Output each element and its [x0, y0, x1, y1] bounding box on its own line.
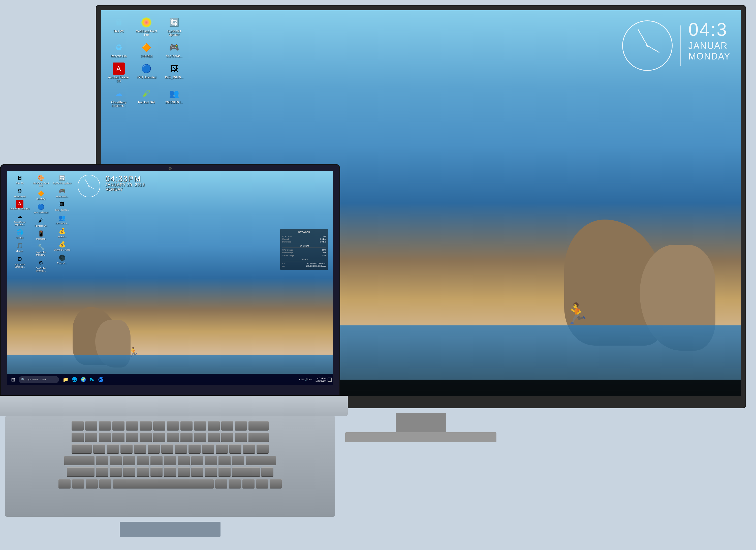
key-t[interactable]: [148, 444, 160, 454]
key-period[interactable]: [205, 467, 217, 477]
taskbar-edge[interactable]: 🌐: [70, 376, 78, 384]
key-up[interactable]: [261, 467, 273, 477]
key-f4[interactable]: [126, 421, 138, 431]
key-i[interactable]: [188, 444, 201, 454]
key-3[interactable]: [112, 433, 124, 442]
key-tab[interactable]: [72, 444, 92, 454]
key-l[interactable]: [205, 456, 217, 465]
key-6[interactable]: [153, 433, 165, 442]
laptop-icon-26853[interactable]: 👥 26853150 I...: [52, 213, 72, 225]
key-capslock[interactable]: [64, 456, 95, 465]
key-e[interactable]: [120, 444, 133, 454]
key-0[interactable]: [208, 433, 220, 442]
key-1[interactable]: [85, 433, 97, 442]
key-comma[interactable]: [191, 467, 203, 477]
key-f11[interactable]: [221, 421, 233, 431]
key-9[interactable]: [194, 433, 206, 442]
laptop-icon-eclipsa[interactable]: 🌑 Eclipsa!...: [52, 253, 72, 265]
key-f1[interactable]: [85, 421, 97, 431]
key-h[interactable]: [164, 456, 176, 465]
laptop-icon-bitwin[interactable]: 💰 BitWin...: [52, 227, 72, 238]
key-quote[interactable]: [232, 456, 244, 465]
key-8[interactable]: [180, 433, 193, 442]
key-enter[interactable]: [246, 456, 276, 465]
key-backtick[interactable]: [72, 433, 84, 442]
laptop-icon-acrobat[interactable]: A Acrobat Reader DC: [10, 200, 30, 210]
key-f12[interactable]: [235, 421, 247, 431]
key-2[interactable]: [99, 433, 111, 442]
key-f7[interactable]: [167, 421, 179, 431]
key-f2[interactable]: [99, 421, 111, 431]
laptop-icon-medibang[interactable]: 🎨 MediBang Paint Pro: [31, 173, 51, 187]
key-f[interactable]: [137, 456, 149, 465]
key-k[interactable]: [191, 456, 203, 465]
taskbar-extra[interactable]: 🌀: [97, 376, 105, 384]
laptop-icon-scpsettings2[interactable]: ⚙ ScpToolkit Settings...: [31, 258, 51, 272]
laptop-touchpad[interactable]: [120, 522, 221, 537]
key-space[interactable]: [113, 479, 214, 488]
monitor-icon-thispc[interactable]: 🖥 This PC: [106, 15, 131, 38]
key-7[interactable]: [167, 433, 179, 442]
key-semicolon[interactable]: [218, 456, 231, 465]
key-q[interactable]: [93, 444, 105, 454]
key-lbracket[interactable]: [229, 444, 241, 454]
key-lwin[interactable]: [86, 479, 98, 488]
laptop-icon-scp[interactable]: 🎮 ScpToolkit...: [52, 187, 72, 198]
laptop-icon-itunes[interactable]: 🎵 iTunes: [10, 241, 30, 253]
key-equals[interactable]: [235, 433, 247, 442]
laptop-icon-shareit[interactable]: 🔶 SHAREit: [31, 189, 51, 201]
key-del[interactable]: [248, 421, 269, 431]
key-w[interactable]: [107, 444, 119, 454]
start-button[interactable]: ⊞: [9, 375, 18, 384]
key-y[interactable]: [161, 444, 173, 454]
key-s[interactable]: [110, 456, 122, 465]
taskbar-folder[interactable]: 📁: [61, 376, 70, 384]
monitor-icon-vpn[interactable]: 🔵 VPN Unlimited: [134, 62, 159, 84]
laptop-icon-popscan[interactable]: 📱 PopScan: [31, 229, 51, 240]
key-n[interactable]: [164, 467, 176, 477]
laptop-icon-google[interactable]: 🌐 Google: [10, 228, 30, 239]
key-left[interactable]: [242, 479, 255, 488]
key-o[interactable]: [202, 444, 214, 454]
key-down[interactable]: [256, 479, 268, 488]
key-fn[interactable]: [72, 479, 84, 488]
laptop-icon-recyclebin[interactable]: ♻ Recycle Bin: [10, 187, 30, 198]
key-slash[interactable]: [218, 467, 231, 477]
monitor-icon-scptoolkit-updater[interactable]: 🔄 ScpToolkit Updater: [162, 15, 187, 38]
key-backslash[interactable]: [257, 444, 269, 454]
laptop-icon-painttool[interactable]: 🖌 Paintool SAI: [31, 216, 51, 227]
key-b[interactable]: [150, 467, 163, 477]
monitor-icon-img[interactable]: 🖼 IMG_20180...: [162, 62, 187, 84]
key-f3[interactable]: [112, 421, 124, 431]
laptop-icon-scptoolkitsettings[interactable]: ⚙ ScpToolkit Settings...: [10, 255, 30, 268]
monitor-icon-medibang[interactable]: MediBang Paint Pro: [134, 15, 159, 38]
key-rctrl[interactable]: [229, 479, 241, 488]
key-f5[interactable]: [140, 421, 152, 431]
taskbar-notification[interactable]: □: [328, 378, 332, 382]
key-f6[interactable]: [153, 421, 165, 431]
key-v[interactable]: [137, 467, 149, 477]
monitor-icon-recycle[interactable]: ♻ Recycle Bin: [106, 40, 131, 59]
monitor-icon-cloudberry[interactable]: ☁ CloudBerry Explorer...: [106, 86, 131, 109]
key-minus[interactable]: [221, 433, 233, 442]
key-a[interactable]: [96, 456, 108, 465]
monitor-icon-painttool[interactable]: 🖌 Paintool SAI: [134, 86, 159, 109]
monitor-icon-acrobat[interactable]: A Acrobat Reader DC: [106, 62, 131, 84]
monitor-icon-photo[interactable]: 👥 26853150 I...: [162, 86, 187, 109]
key-f8[interactable]: [180, 421, 193, 431]
laptop-icon-scpupdater[interactable]: 🔄 ScpToolkit Updater: [52, 173, 72, 185]
taskbar-chrome[interactable]: 🌍: [79, 376, 87, 384]
laptop-icon-img20180[interactable]: 🖼 IMG_20180...: [52, 200, 72, 211]
key-ralt[interactable]: [215, 479, 227, 488]
key-u[interactable]: [175, 444, 187, 454]
monitor-icon-shareit[interactable]: 🔶 SHAREit: [134, 40, 159, 59]
search-box[interactable]: 🔍 Type here to search: [19, 376, 59, 383]
key-x[interactable]: [110, 467, 122, 477]
key-z[interactable]: [96, 467, 108, 477]
key-5[interactable]: [140, 433, 152, 442]
key-4[interactable]: [126, 433, 138, 442]
key-m[interactable]: [178, 467, 190, 477]
key-lalt[interactable]: [99, 479, 111, 488]
key-d[interactable]: [123, 456, 135, 465]
laptop-icon-vpn[interactable]: 🔵 VPN Unlimited: [31, 203, 51, 214]
